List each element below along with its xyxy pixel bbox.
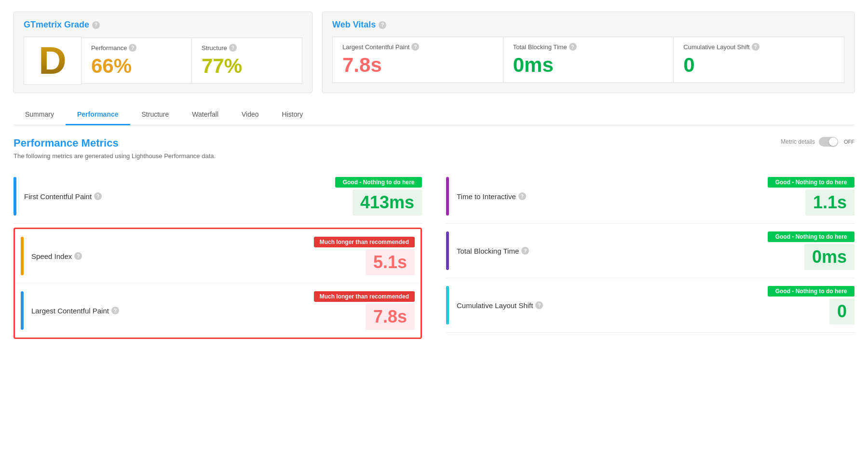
speed-index-badge: Much longer than recommended: [314, 237, 415, 247]
cls-help-icon[interactable]: ?: [752, 43, 760, 51]
lcp-metric-row-left: Largest Contentful Paint ? Much longer t…: [15, 284, 420, 338]
tti-badge: Good - Nothing to do here: [768, 177, 854, 188]
lcp-badge-left: Much longer than recommended: [314, 291, 415, 302]
metrics-grid: First Contentful Paint ? Good - Nothing …: [14, 169, 854, 343]
tbt-help-icon[interactable]: ?: [569, 43, 577, 51]
fcp-bar: [14, 177, 16, 216]
lcp-help-icon-left[interactable]: ?: [111, 307, 119, 314]
speed-index-right: Much longer than recommended 5.1s: [314, 237, 415, 275]
cls-badge: Good - Nothing to do here: [768, 286, 854, 297]
web-vitals-help-icon[interactable]: ?: [379, 21, 386, 29]
web-vitals-title: Web Vitals ?: [332, 20, 844, 30]
cls-metric-row: Cumulative Layout Shift ? Good - Nothing…: [446, 278, 854, 333]
lcp-value-left: 7.8s: [366, 304, 415, 330]
structure-metric-box: Structure ? 77%: [191, 38, 302, 84]
speed-index-value: 5.1s: [366, 249, 415, 275]
left-metrics-column: First Contentful Paint ? Good - Nothing …: [14, 169, 422, 343]
fcp-content: First Contentful Paint ? Good - Nothing …: [24, 177, 422, 216]
speed-index-help-icon[interactable]: ?: [74, 252, 82, 260]
tab-summary[interactable]: Summary: [14, 105, 66, 125]
fcp-metric-row: First Contentful Paint ? Good - Nothing …: [14, 169, 422, 224]
toggle-knob: [829, 137, 838, 146]
performance-value: 66%: [91, 54, 132, 78]
right-metrics-column: Time to Interactive ? Good - Nothing to …: [446, 169, 854, 343]
tbt-name: Total Blocking Time ?: [457, 247, 529, 255]
tabs-container: Summary Performance Structure Waterfall …: [14, 105, 854, 125]
web-vitals-card: Web Vitals ? Largest Contentful Paint ? …: [322, 12, 854, 93]
tti-value: 1.1s: [805, 189, 854, 216]
grade-letter: D: [39, 41, 67, 80]
toggle-off-label: OFF: [844, 139, 854, 145]
lcp-bar-left: [21, 291, 24, 330]
tti-help-icon[interactable]: ?: [518, 192, 526, 200]
tab-waterfall[interactable]: Waterfall: [180, 105, 230, 125]
tbt-metric-row: Total Blocking Time ? Good - Nothing to …: [446, 224, 854, 278]
gtmetrix-metrics-pair: Performance ? 66% Structure ? 77%: [81, 38, 302, 84]
lcp-right-left: Much longer than recommended 7.8s: [314, 291, 415, 330]
tbt-right: Good - Nothing to do here 0ms: [768, 231, 854, 270]
performance-metrics-section: Performance Metrics The following metric…: [14, 137, 854, 343]
fcp-name: First Contentful Paint ?: [24, 192, 102, 201]
tab-video[interactable]: Video: [230, 105, 271, 125]
cls-bar: [446, 286, 449, 325]
cls-help-icon-metric[interactable]: ?: [535, 301, 543, 309]
tab-performance[interactable]: Performance: [66, 105, 130, 125]
tbt-vital-box: Total Blocking Time ? 0ms: [503, 37, 674, 83]
gtmetrix-grade-card: GTmetrix Grade ? D Performance ? 66%: [14, 12, 312, 93]
tti-bar: [446, 177, 449, 216]
web-vitals-inner: Largest Contentful Paint ? 7.8s Total Bl…: [332, 37, 844, 83]
metric-details-toggle-row: Metric details OFF: [781, 137, 854, 147]
cls-name: Cumulative Layout Shift ?: [457, 301, 543, 310]
speed-index-bar: [21, 237, 24, 275]
speed-index-metric-row: Speed Index ? Much longer than recommend…: [15, 229, 420, 284]
red-outline-group: Speed Index ? Much longer than recommend…: [14, 228, 422, 339]
fcp-help-icon[interactable]: ?: [94, 192, 102, 200]
gtmetrix-help-icon[interactable]: ?: [92, 21, 100, 29]
web-vitals-title-text: Web Vitals: [332, 20, 376, 30]
cls-value: 0: [683, 54, 834, 77]
tti-right: Good - Nothing to do here 1.1s: [768, 177, 854, 216]
structure-value: 77%: [202, 54, 242, 78]
structure-label: Structure ?: [202, 44, 237, 52]
tti-metric-row: Time to Interactive ? Good - Nothing to …: [446, 169, 854, 224]
tbt-label: Total Blocking Time ?: [513, 43, 664, 51]
lcp-help-icon[interactable]: ?: [411, 43, 419, 51]
cls-vital-box: Cumulative Layout Shift ? 0: [673, 37, 844, 83]
speed-index-content: Speed Index ? Much longer than recommend…: [31, 237, 415, 275]
section-subtitle: The following metrics are generated usin…: [14, 152, 216, 160]
tab-history[interactable]: History: [271, 105, 315, 125]
fcp-badge: Good - Nothing to do here: [335, 177, 422, 188]
lcp-label: Largest Contentful Paint ?: [342, 43, 493, 51]
fcp-right: Good - Nothing to do here 413ms: [335, 177, 422, 216]
gtmetrix-grade-title: GTmetrix Grade ?: [24, 20, 302, 30]
fcp-value: 413ms: [353, 189, 422, 216]
lcp-value: 7.8s: [342, 54, 493, 77]
performance-help-icon[interactable]: ?: [129, 44, 136, 52]
tab-structure[interactable]: Structure: [130, 105, 181, 125]
speed-index-name: Speed Index ?: [31, 252, 82, 260]
gtmetrix-title-text: GTmetrix Grade: [24, 20, 89, 30]
cls-label: Cumulative Layout Shift ?: [683, 43, 834, 51]
performance-metric-box: Performance ? 66%: [81, 38, 192, 84]
metric-details-toggle[interactable]: [819, 137, 838, 147]
lcp-content-left: Largest Contentful Paint ? Much longer t…: [31, 291, 415, 330]
cls-value-metric: 0: [829, 298, 854, 325]
metric-details-label: Metric details: [781, 138, 815, 145]
tbt-content: Total Blocking Time ? Good - Nothing to …: [457, 231, 854, 270]
tbt-help-icon-metric[interactable]: ?: [521, 247, 529, 255]
grade-box: D: [24, 37, 81, 85]
tbt-bar: [446, 231, 449, 270]
tti-content: Time to Interactive ? Good - Nothing to …: [457, 177, 854, 216]
tbt-badge: Good - Nothing to do here: [768, 231, 854, 242]
tbt-value-metric: 0ms: [804, 244, 854, 270]
section-title: Performance Metrics: [14, 137, 216, 149]
structure-help-icon[interactable]: ?: [229, 44, 237, 52]
cls-content: Cumulative Layout Shift ? Good - Nothing…: [457, 286, 854, 325]
tti-name: Time to Interactive ?: [457, 192, 526, 201]
performance-label: Performance ?: [91, 44, 136, 52]
cls-right: Good - Nothing to do here 0: [768, 286, 854, 325]
lcp-name-left: Largest Contentful Paint ?: [31, 307, 119, 315]
lcp-vital-box: Largest Contentful Paint ? 7.8s: [332, 37, 503, 83]
gtmetrix-inner: D Performance ? 66% Structure ?: [24, 37, 302, 85]
tbt-value: 0ms: [513, 54, 664, 77]
